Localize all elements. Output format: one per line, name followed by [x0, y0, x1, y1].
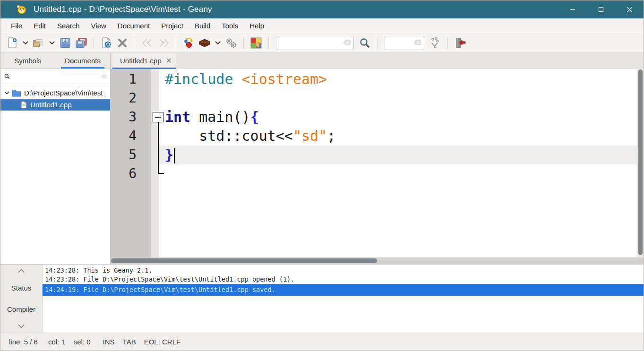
sidebar-tab-documents[interactable]: Documents — [55, 53, 110, 68]
open-file-button[interactable] — [31, 35, 47, 51]
search-button[interactable] — [357, 35, 373, 51]
menu-item-view[interactable]: View — [86, 18, 112, 33]
code-token: #include — [165, 71, 233, 87]
menu-item-tools[interactable]: Tools — [216, 18, 244, 33]
navigate-forward-button[interactable] — [155, 35, 172, 51]
document-tab[interactable]: Untitled1.cpp ✕ — [112, 53, 176, 69]
editor-tabbar: Untitled1.cpp ✕ — [111, 53, 644, 69]
message-window-tabs: Status Compiler — [0, 265, 43, 333]
statusbar-item-5: EOL: CRLF — [144, 338, 181, 346]
status-messages: 14:23:28: This is Geany 2.1.14:23:28: Fi… — [43, 265, 644, 333]
code-token: ; — [327, 128, 335, 144]
open-file-dropdown[interactable] — [47, 35, 57, 51]
clear-search-icon[interactable] — [343, 39, 351, 46]
code-line-5[interactable]: } — [159, 146, 637, 164]
status-message-row[interactable]: 14:23:28: File D:\ProjectSpace\Vim\test\… — [43, 275, 644, 284]
tree-expander-icon[interactable] — [2, 91, 11, 94]
vertical-scroll-thumb[interactable] — [638, 69, 643, 255]
revert-button[interactable] — [98, 35, 114, 51]
code-token: { — [250, 109, 259, 125]
line-number-gutter: 123456 — [111, 69, 151, 257]
menu-item-build[interactable]: Build — [189, 18, 216, 33]
tree-row-document[interactable]: Untitled1.cpp — [0, 99, 110, 111]
menu-item-file[interactable]: File — [5, 18, 28, 33]
statusbar-item-2: sel: 0 — [74, 338, 91, 346]
code-line-3[interactable]: int main(){ — [159, 108, 637, 127]
line-number: 4 — [111, 127, 137, 146]
horizontal-scroll-thumb[interactable] — [111, 258, 377, 263]
execute-button[interactable] — [223, 35, 239, 51]
save-button[interactable] — [57, 35, 73, 51]
toolbar-separator — [268, 37, 269, 49]
code-token: } — [165, 146, 173, 163]
collapse-down-icon[interactable] — [0, 320, 42, 333]
menu-item-document[interactable]: Document — [112, 18, 155, 33]
titlebar: Untitled1.cpp - D:\ProjectSpace\Vim\test… — [0, 0, 644, 18]
statusbar: line: 5 / 6col: 1sel: 0INSTABEOL: CRLF — [0, 333, 644, 351]
code-token: <iostream> — [242, 71, 327, 87]
message-window: Status Compiler 14:23:28: This is Geany … — [0, 264, 644, 333]
menu-item-edit[interactable]: Edit — [28, 18, 52, 33]
color-chooser-button[interactable] — [248, 35, 264, 51]
compile-button[interactable] — [180, 35, 197, 51]
window-title: Untitled1.cpp - D:\ProjectSpace\Vim\test… — [34, 5, 212, 14]
line-number: 3 — [111, 108, 137, 127]
navigate-back-button[interactable] — [139, 35, 155, 51]
build-dropdown[interactable] — [213, 35, 223, 51]
editor-horizontal-scrollbar[interactable] — [111, 257, 644, 264]
message-tab-status[interactable]: Status — [0, 277, 42, 299]
line-number: 1 — [111, 70, 137, 89]
collapse-up-icon[interactable] — [0, 265, 42, 277]
code-area[interactable]: #include <iostream>int main(){ std::cout… — [159, 69, 637, 257]
statusbar-item-4: TAB — [123, 338, 136, 346]
line-number: 5 — [111, 146, 137, 164]
editor-pane: Untitled1.cpp ✕ 123456 #include <iostrea… — [111, 53, 644, 264]
toolbar-separator — [377, 37, 378, 49]
sidebar: Symbols Documents D:\ProjectSpace\Vim\te… — [0, 53, 111, 264]
sidebar-filter-input[interactable] — [13, 73, 98, 80]
maximize-button[interactable] — [587, 0, 615, 18]
status-message-row[interactable]: 14:23:28: This is Geany 2.1. — [43, 266, 644, 275]
status-message-row[interactable]: 14:24:19: File D:\ProjectSpace\Vim\test\… — [43, 284, 644, 296]
clear-goto-icon[interactable] — [413, 39, 421, 46]
code-line-2[interactable] — [159, 89, 637, 108]
menu-item-project[interactable]: Project — [155, 18, 189, 33]
code-token — [233, 71, 242, 87]
geany-app-icon — [16, 4, 27, 15]
save-all-button[interactable] — [73, 35, 89, 51]
line-number: 6 — [111, 164, 137, 183]
code-line-1[interactable]: #include <iostream> — [159, 70, 637, 89]
line-number: 2 — [111, 89, 137, 108]
menu-item-search[interactable]: Search — [52, 18, 86, 33]
code-token: std::cout<< — [165, 128, 293, 144]
code-line-4[interactable]: std::cout<<"sd"; — [159, 127, 637, 146]
code-token: main() — [190, 109, 250, 125]
sidebar-tab-symbols[interactable]: Symbols — [0, 53, 55, 68]
search-icon — [4, 72, 10, 80]
quit-button[interactable] — [452, 35, 468, 51]
build-button[interactable] — [197, 35, 213, 51]
toolbar-search-input[interactable] — [276, 36, 354, 50]
fold-margin[interactable] — [151, 69, 159, 257]
code-line-6[interactable] — [159, 164, 637, 183]
statusbar-item-0: line: 5 / 6 — [9, 338, 38, 346]
new-file-button[interactable] — [4, 35, 20, 51]
new-file-dropdown[interactable] — [20, 35, 31, 51]
tab-close-icon[interactable]: ✕ — [166, 57, 172, 64]
toolbar — [0, 34, 644, 53]
clear-filter-icon[interactable] — [101, 73, 107, 80]
toolbar-separator — [94, 37, 94, 49]
geany-window: Untitled1.cpp - D:\ProjectSpace\Vim\test… — [0, 0, 644, 351]
close-document-button[interactable] — [114, 35, 130, 51]
document-tab-label: Untitled1.cpp — [120, 57, 162, 65]
message-tab-compiler[interactable]: Compiler — [0, 299, 42, 320]
editor-vertical-scrollbar[interactable] — [637, 69, 644, 257]
tree-row-folder[interactable]: D:\ProjectSpace\Vim\test — [0, 87, 110, 99]
goto-line-wrap — [385, 36, 424, 50]
minimize-button[interactable] — [558, 0, 587, 18]
tree-row-label: Untitled1.cpp — [30, 101, 72, 109]
sidebar-filter — [0, 69, 110, 84]
jump-to-line-button[interactable] — [427, 35, 443, 51]
menu-item-help[interactable]: Help — [244, 18, 270, 33]
close-button[interactable] — [615, 0, 644, 18]
